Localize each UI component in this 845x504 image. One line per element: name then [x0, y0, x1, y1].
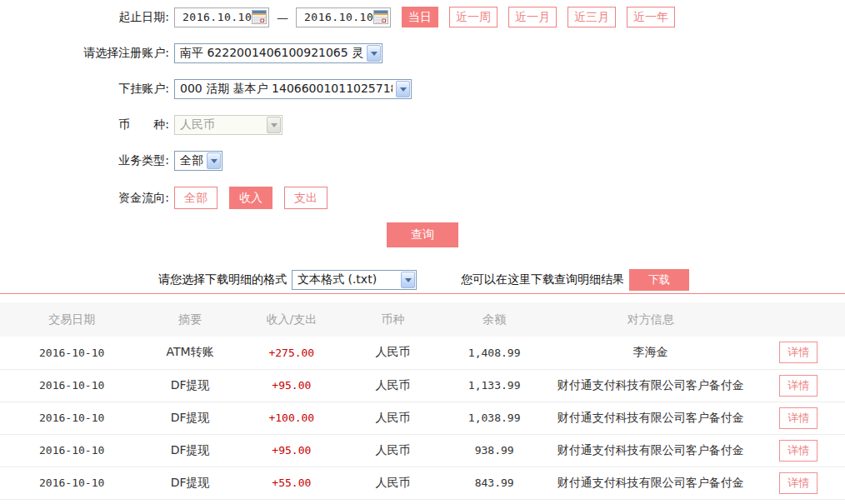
sub-account-select[interactable]: 000 活期 基本户 1406600101102571848	[174, 79, 412, 99]
table-row: 2016-10-10 DF提现 +100.00 人民币 1,038.99 财付通…	[0, 402, 845, 434]
cell-transaction-date: 2016-10-10	[0, 402, 143, 434]
query-button[interactable]: 查询	[387, 222, 458, 247]
quick-range-quarter-button[interactable]: 近三月	[568, 7, 616, 27]
header-summary: 摘要	[143, 302, 237, 337]
transaction-query-page: 起止日期: 2016.10.10	[0, 0, 845, 504]
currency-row: 币 种: 人民币	[0, 115, 845, 135]
cell-balance: 843.99	[439, 467, 549, 499]
date-range-row: 起止日期: 2016.10.10	[0, 7, 845, 27]
sub-account-value: 000 活期 基本户 1406600101102571848	[180, 82, 392, 97]
start-date-value: 2016.10.10	[182, 11, 252, 23]
cell-counterparty: 财付通支付科技有限公司客户备付金	[549, 434, 752, 467]
calendar-icon[interactable]	[373, 10, 388, 24]
detail-button[interactable]: 详情	[779, 342, 818, 363]
cell-currency: 人民币	[347, 467, 440, 499]
fund-flow-all-button[interactable]: 全部	[174, 187, 218, 209]
cell-counterparty: 财付通支付科技有限公司客户备付金	[549, 369, 752, 402]
table-row: 2016-10-10 DF提现 +55.00 人民币 843.99 财付通支付科…	[0, 467, 845, 499]
cell-summary: DF提现	[143, 402, 237, 434]
register-account-label: 请选择注册账户:	[0, 46, 169, 61]
chevron-down-icon	[401, 272, 415, 288]
register-account-value: 南平 6222001406100921065 灵通卡	[180, 46, 363, 61]
cell-currency: 人民币	[347, 402, 440, 434]
download-section: 请您选择下载明细的格式 文本格式 (.txt) 您可以在这里下载查询明细结果 下…	[0, 267, 845, 292]
cell-amount: +100.00	[237, 402, 347, 434]
table-header-row: 交易日期 摘要 收入/支出 币种 余额 对方信息	[0, 302, 845, 337]
download-button[interactable]: 下载	[629, 269, 689, 291]
currency-label: 币 种:	[0, 117, 169, 132]
business-type-label: 业务类型:	[0, 153, 169, 168]
download-hint: 您可以在这里下载查询明细结果	[461, 272, 624, 287]
fund-flow-expense-button[interactable]: 支出	[284, 187, 328, 209]
cell-balance: 1,133.99	[439, 369, 549, 402]
cell-transaction-date: 2016-10-10	[0, 434, 143, 467]
sub-account-label: 下挂账户:	[0, 82, 169, 97]
fund-flow-row: 资金流向: 全部 收入 支出	[0, 187, 845, 209]
cell-summary: DF提现	[143, 369, 237, 402]
cell-amount: +55.00	[237, 467, 347, 499]
quick-range-month-button[interactable]: 近一月	[508, 7, 557, 27]
quick-range-today-button[interactable]: 当日	[402, 7, 438, 27]
header-action	[752, 302, 845, 337]
cell-balance: 938.99	[439, 434, 549, 467]
chevron-down-icon	[367, 45, 381, 62]
start-date-input[interactable]: 2016.10.10	[174, 7, 269, 27]
cell-transaction-date: 2016-10-10	[0, 337, 143, 369]
download-format-value: 文本格式 (.txt)	[298, 272, 377, 287]
transactions-table: 交易日期 摘要 收入/支出 币种 余额 对方信息 2016-10-10 ATM转…	[0, 302, 845, 500]
end-date-input[interactable]: 2016.10.10	[296, 7, 391, 27]
fund-flow-income-button[interactable]: 收入	[229, 187, 272, 209]
cell-currency: 人民币	[347, 434, 440, 467]
cell-amount: +275.00	[237, 337, 347, 369]
header-balance: 余额	[439, 302, 549, 337]
header-amount: 收入/支出	[237, 302, 347, 337]
cell-counterparty: 财付通支付科技有限公司客户备付金	[549, 467, 752, 499]
cell-summary: ATM转账	[143, 337, 237, 369]
detail-button[interactable]: 详情	[779, 407, 818, 429]
business-type-select[interactable]: 全部	[174, 151, 222, 171]
quick-range-week-button[interactable]: 近一周	[449, 7, 498, 27]
calendar-icon[interactable]	[252, 10, 267, 24]
quick-range-year-button[interactable]: 近一年	[627, 7, 675, 27]
chevron-down-icon	[207, 152, 221, 169]
detail-button[interactable]: 详情	[779, 375, 818, 397]
fund-flow-label: 资金流向:	[0, 191, 169, 206]
business-type-value: 全部	[180, 153, 203, 168]
cell-summary: DF提现	[143, 434, 237, 467]
business-type-row: 业务类型: 全部	[0, 151, 845, 171]
cell-transaction-date: 2016-10-10	[0, 467, 143, 499]
header-counterparty: 对方信息	[549, 302, 752, 337]
cell-currency: 人民币	[347, 337, 440, 369]
header-date: 交易日期	[0, 302, 143, 337]
chevron-down-icon	[396, 81, 410, 97]
cell-counterparty: 李海金	[549, 337, 752, 369]
currency-select: 人民币	[174, 115, 282, 135]
query-form: 起止日期: 2016.10.10	[0, 0, 845, 247]
cell-currency: 人民币	[347, 369, 440, 402]
red-divider	[0, 293, 845, 294]
cell-amount: +95.00	[237, 369, 347, 402]
cell-transaction-date: 2016-10-10	[0, 369, 143, 402]
cell-balance: 1,038.99	[439, 402, 549, 434]
register-account-row: 请选择注册账户: 南平 6222001406100921065 灵通卡	[0, 43, 845, 63]
date-range-label: 起止日期:	[0, 10, 169, 25]
sub-account-row: 下挂账户: 000 活期 基本户 1406600101102571848	[0, 79, 845, 99]
register-account-select[interactable]: 南平 6222001406100921065 灵通卡	[174, 43, 382, 63]
table-row: 2016-10-10 DF提现 +95.00 人民币 1,133.99 财付通支…	[0, 369, 845, 402]
chevron-down-icon	[267, 117, 281, 133]
cell-balance: 1,408.99	[439, 337, 549, 369]
cell-summary: DF提现	[143, 467, 237, 499]
detail-button[interactable]: 详情	[779, 440, 818, 462]
table-row: 2016-10-10 DF提现 +95.00 人民币 938.99 财付通支付科…	[0, 434, 845, 467]
detail-button[interactable]: 详情	[779, 472, 818, 494]
date-range-separator: —	[277, 11, 288, 24]
cell-amount: +95.00	[237, 434, 347, 467]
end-date-value: 2016.10.10	[304, 11, 373, 23]
cell-counterparty: 财付通支付科技有限公司客户备付金	[549, 402, 752, 434]
download-format-select[interactable]: 文本格式 (.txt)	[292, 270, 417, 290]
currency-value: 人民币	[180, 117, 215, 132]
header-currency: 币种	[347, 302, 440, 337]
table-row: 2016-10-10 ATM转账 +275.00 人民币 1,408.99 李海…	[0, 337, 845, 369]
download-format-label: 请您选择下载明细的格式	[158, 272, 287, 287]
